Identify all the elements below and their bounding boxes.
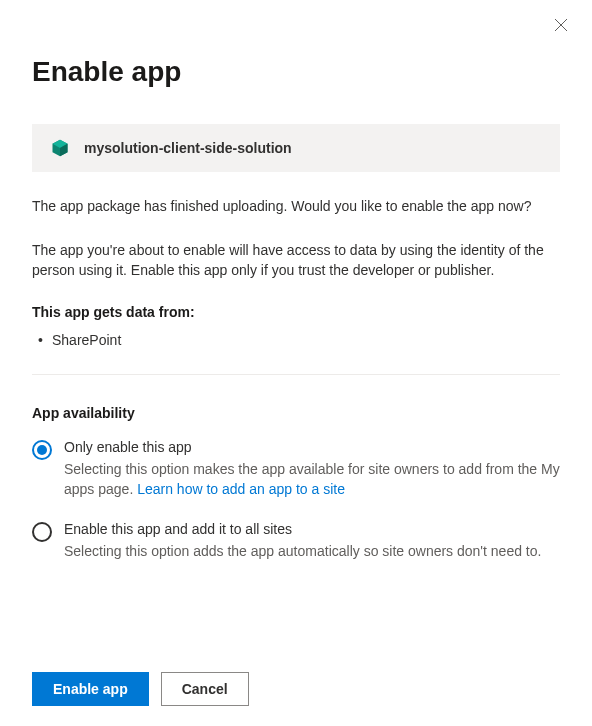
radio-only-enable[interactable] xyxy=(32,440,52,460)
enable-app-button[interactable]: Enable app xyxy=(32,672,149,706)
close-icon xyxy=(554,18,568,32)
radio-option-all-sites[interactable]: Enable this app and add it to all sites … xyxy=(32,521,560,561)
data-sources-list: SharePoint xyxy=(32,330,560,350)
radio-option-only-enable[interactable]: Only enable this app Selecting this opti… xyxy=(32,439,560,499)
radio-only-enable-desc: Selecting this option makes the app avai… xyxy=(64,459,560,499)
trust-text: The app you're about to enable will have… xyxy=(32,240,560,280)
package-icon xyxy=(50,138,70,158)
data-sources-label: This app gets data from: xyxy=(32,304,560,320)
dialog-title: Enable app xyxy=(32,56,560,88)
package-name: mysolution-client-side-solution xyxy=(84,140,292,156)
close-button[interactable] xyxy=(554,18,570,34)
radio-all-sites[interactable] xyxy=(32,522,52,542)
radio-all-sites-content: Enable this app and add it to all sites … xyxy=(64,521,560,561)
radio-all-sites-label: Enable this app and add it to all sites xyxy=(64,521,560,537)
package-bar: mysolution-client-side-solution xyxy=(32,124,560,172)
intro-text: The app package has finished uploading. … xyxy=(32,196,560,216)
radio-only-enable-content: Only enable this app Selecting this opti… xyxy=(64,439,560,499)
divider xyxy=(32,374,560,375)
data-source-item: SharePoint xyxy=(32,330,560,350)
radio-all-sites-desc: Selecting this option adds the app autom… xyxy=(64,541,560,561)
learn-add-app-link[interactable]: Learn how to add an app to a site xyxy=(137,481,345,497)
dialog-footer: Enable app Cancel xyxy=(32,672,249,706)
cancel-button[interactable]: Cancel xyxy=(161,672,249,706)
availability-section: App availability Only enable this app Se… xyxy=(32,405,560,561)
radio-all-sites-desc-text: Selecting this option adds the app autom… xyxy=(64,543,541,559)
availability-title: App availability xyxy=(32,405,560,421)
radio-only-enable-label: Only enable this app xyxy=(64,439,560,455)
